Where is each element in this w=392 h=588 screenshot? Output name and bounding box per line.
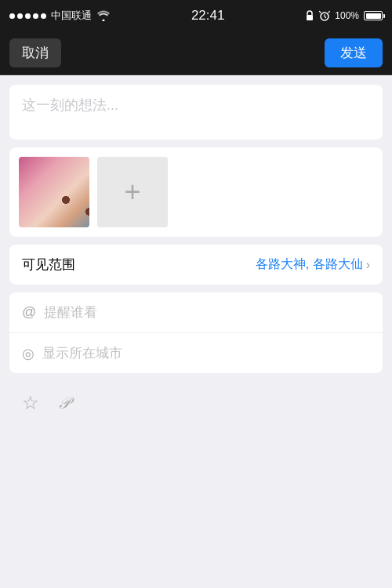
content-area: 这一刻的想法... + 可见范围 各路大神, 各路大仙 › @ 提醒谁看 ◎ 显… (0, 75, 392, 434)
share-icon[interactable]: 𝒫 (58, 394, 69, 412)
mention-icon: @ (22, 304, 36, 321)
add-photo-button[interactable]: + (97, 157, 168, 227)
signal-dots (9, 13, 46, 19)
location-label: 显示所在城市 (42, 344, 122, 362)
image-card: + (9, 147, 383, 237)
mention-row[interactable]: @ 提醒谁看 (9, 292, 383, 333)
send-button[interactable]: 发送 (325, 38, 383, 67)
star-icon[interactable]: ☆ (22, 392, 39, 414)
battery-percent: 100% (335, 10, 359, 21)
status-right: 100% (305, 10, 383, 21)
bottom-icons-bar: ☆ 𝒫 (9, 381, 383, 425)
alarm-icon (319, 10, 330, 21)
status-time: 22:41 (191, 8, 225, 24)
battery-icon (364, 11, 383, 20)
photo-thumbnail[interactable] (19, 157, 89, 227)
wifi-icon (96, 10, 111, 21)
visibility-label: 可见范围 (22, 256, 75, 274)
add-photo-icon: + (124, 178, 140, 206)
options-card: @ 提醒谁看 ◎ 显示所在城市 (9, 292, 383, 373)
lock-icon (305, 10, 314, 21)
cancel-button[interactable]: 取消 (9, 38, 61, 67)
photo-image (19, 157, 89, 227)
mention-label: 提醒谁看 (44, 303, 97, 321)
status-left: 中国联通 (9, 9, 111, 23)
nav-bar: 取消 发送 (0, 31, 392, 75)
visibility-row[interactable]: 可见范围 各路大神, 各路大仙 › (9, 245, 383, 285)
svg-rect-0 (307, 15, 313, 20)
visibility-right: 各路大神, 各路大仙 › (256, 256, 370, 273)
text-input-card[interactable]: 这一刻的想法... (9, 85, 383, 140)
status-bar: 中国联通 22:41 100% (0, 0, 392, 31)
chevron-right-icon: › (366, 258, 370, 272)
location-icon: ◎ (22, 345, 34, 362)
text-placeholder: 这一刻的想法... (22, 97, 118, 113)
location-row[interactable]: ◎ 显示所在城市 (9, 333, 383, 373)
carrier-label: 中国联通 (51, 9, 92, 23)
visibility-value: 各路大神, 各路大仙 (256, 256, 363, 273)
